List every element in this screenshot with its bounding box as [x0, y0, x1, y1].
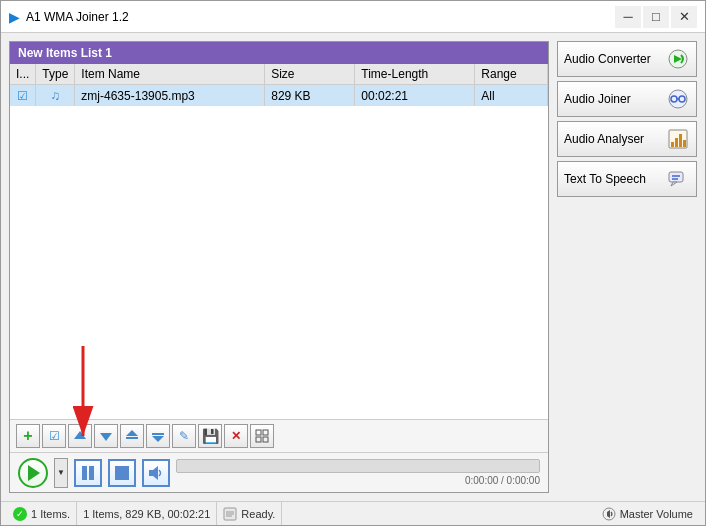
- col-index: I...: [10, 64, 36, 85]
- col-name: Item Name: [75, 64, 265, 85]
- table-scroll-area: [10, 106, 548, 419]
- audio-converter-icon: [666, 47, 690, 71]
- file-list-panel: New Items List 1 I... Type Item Name Siz…: [9, 41, 549, 493]
- col-size: Size: [265, 64, 355, 85]
- svg-rect-19: [675, 138, 678, 147]
- row-checkbox[interactable]: ☑: [10, 85, 36, 107]
- ready-icon: [223, 507, 237, 521]
- audio-converter-button[interactable]: Audio Converter: [557, 41, 697, 77]
- edit-button[interactable]: ✎: [172, 424, 196, 448]
- audio-analyser-icon: [666, 127, 690, 151]
- row-size: 829 KB: [265, 85, 355, 107]
- col-range: Range: [475, 64, 548, 85]
- audio-analyser-button[interactable]: Audio Analyser: [557, 121, 697, 157]
- svg-marker-0: [74, 431, 86, 439]
- svg-rect-8: [256, 437, 261, 442]
- toolbar: + ☑ ✎ 💾: [10, 419, 548, 452]
- volume-button[interactable]: [142, 459, 170, 487]
- player-bar: ▼: [10, 452, 548, 492]
- progress-track[interactable]: [176, 459, 540, 473]
- audio-analyser-label: Audio Analyser: [564, 132, 644, 146]
- audio-joiner-icon: [666, 87, 690, 111]
- move-top-button[interactable]: [120, 424, 144, 448]
- add-button[interactable]: +: [16, 424, 40, 448]
- list-header: New Items List 1: [10, 42, 548, 64]
- progress-time: 0:00:00 / 0:00:00: [176, 475, 540, 486]
- svg-rect-6: [256, 430, 261, 435]
- row-duration: 00:02:21: [355, 85, 475, 107]
- svg-rect-3: [126, 437, 138, 439]
- audio-converter-label: Audio Converter: [564, 52, 651, 66]
- item-count-segment: ✓ 1 Items.: [7, 502, 77, 525]
- ready-segment: Ready.: [217, 502, 282, 525]
- svg-marker-4: [152, 436, 164, 442]
- status-ok-icon: ✓: [13, 507, 27, 521]
- move-bottom-button[interactable]: [146, 424, 170, 448]
- svg-rect-18: [671, 142, 674, 147]
- text-to-speech-button[interactable]: Text To Speech: [557, 161, 697, 197]
- col-duration: Time-Length: [355, 64, 475, 85]
- volume-icon: [602, 507, 616, 521]
- close-button[interactable]: ✕: [671, 6, 697, 28]
- svg-rect-22: [669, 172, 683, 182]
- svg-rect-10: [149, 470, 153, 476]
- play-button[interactable]: [18, 458, 48, 488]
- text-to-speech-icon: [666, 167, 690, 191]
- status-bar: ✓ 1 Items. 1 Items, 829 KB, 00:02:21 Rea…: [1, 501, 705, 525]
- svg-marker-2: [126, 430, 138, 436]
- pause-button[interactable]: [74, 459, 102, 487]
- svg-marker-23: [671, 182, 677, 186]
- stop-button[interactable]: [108, 459, 136, 487]
- music-note-icon: ♫: [50, 88, 60, 103]
- delete-button[interactable]: ✕: [224, 424, 248, 448]
- move-up-button[interactable]: [68, 424, 92, 448]
- svg-rect-9: [263, 437, 268, 442]
- svg-marker-11: [153, 466, 158, 480]
- row-range: All: [475, 85, 548, 107]
- svg-rect-7: [263, 430, 268, 435]
- col-type: Type: [36, 64, 75, 85]
- row-name: zmj-4635-13905.mp3: [75, 85, 265, 107]
- app-icon: ▶: [9, 9, 20, 25]
- right-panel: Audio Converter Audio Joiner: [557, 41, 697, 493]
- ready-text: Ready.: [241, 508, 275, 520]
- svg-rect-20: [679, 134, 682, 147]
- row-type: ♫: [36, 85, 75, 107]
- text-to-speech-label: Text To Speech: [564, 172, 646, 186]
- grid-button[interactable]: [250, 424, 274, 448]
- svg-marker-1: [100, 433, 112, 441]
- audio-joiner-label: Audio Joiner: [564, 92, 631, 106]
- move-down-button[interactable]: [94, 424, 118, 448]
- minimize-button[interactable]: ─: [615, 6, 641, 28]
- table-row[interactable]: ☑ ♫ zmj-4635-13905.mp3 829 KB 00:02:21 A…: [10, 85, 548, 107]
- item-count: 1 Items.: [31, 508, 70, 520]
- check-button[interactable]: ☑: [42, 424, 66, 448]
- svg-rect-5: [152, 433, 164, 435]
- svg-rect-21: [683, 140, 686, 147]
- volume-label: Master Volume: [620, 508, 693, 520]
- title-bar: ▶ A1 WMA Joiner 1.2 ─ □ ✕: [1, 1, 705, 33]
- save-button[interactable]: 💾: [198, 424, 222, 448]
- volume-segment: Master Volume: [596, 502, 699, 525]
- audio-joiner-button[interactable]: Audio Joiner: [557, 81, 697, 117]
- file-table: I... Type Item Name Size Time-Length Ran…: [10, 64, 548, 106]
- details-segment: 1 Items, 829 KB, 00:02:21: [77, 502, 217, 525]
- maximize-button[interactable]: □: [643, 6, 669, 28]
- progress-area: 0:00:00 / 0:00:00: [176, 459, 540, 486]
- player-dropdown[interactable]: ▼: [54, 458, 68, 488]
- window-title: A1 WMA Joiner 1.2: [26, 10, 129, 24]
- table-header-row: I... Type Item Name Size Time-Length Ran…: [10, 64, 548, 85]
- details-text: 1 Items, 829 KB, 00:02:21: [83, 508, 210, 520]
